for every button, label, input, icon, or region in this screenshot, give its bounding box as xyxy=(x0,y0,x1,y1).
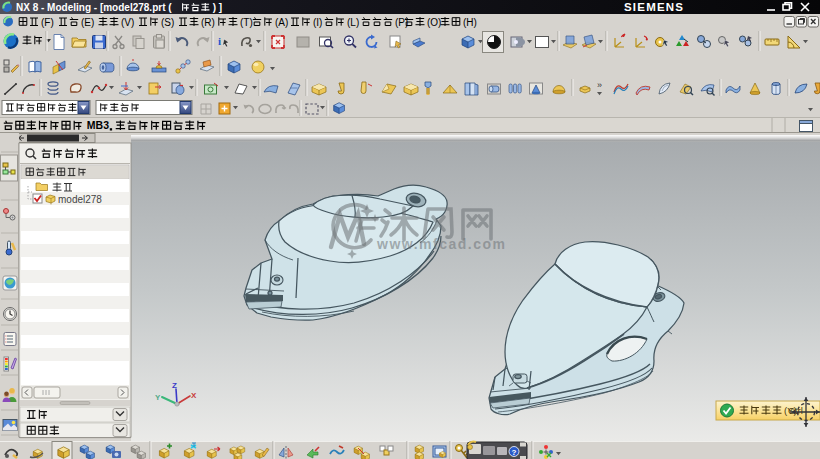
svg-text:model278: model278 xyxy=(58,194,102,205)
svg-text:SIEMENS: SIEMENS xyxy=(624,1,684,13)
svg-text:) ]: ) ] xyxy=(213,2,222,13)
svg-text:»: » xyxy=(597,80,602,90)
svg-text:(F): (F) xyxy=(41,17,54,28)
svg-text:(T): (T) xyxy=(240,17,253,28)
svg-text:(H): (H) xyxy=(463,17,477,28)
svg-text:www.mfcad.com: www.mfcad.com xyxy=(376,236,506,252)
svg-text:(I): (I) xyxy=(313,17,322,28)
svg-text:Z: Z xyxy=(172,381,177,390)
svg-text:MB3: MB3 xyxy=(87,119,109,131)
svg-text:?: ? xyxy=(512,448,517,457)
svg-text:Ctrl: Ctrl xyxy=(788,405,803,416)
svg-text:(O): (O) xyxy=(427,17,441,28)
svg-text:(A): (A) xyxy=(275,17,288,28)
svg-text:(V): (V) xyxy=(121,17,134,28)
svg-text:(S): (S) xyxy=(161,17,174,28)
svg-text:(L): (L) xyxy=(347,17,359,28)
svg-text:i: i xyxy=(218,35,221,47)
svg-text:(E): (E) xyxy=(81,17,94,28)
svg-text:NX 8 - Modeling - [model278.pr: NX 8 - Modeling - [model278.prt ( xyxy=(16,2,172,13)
svg-text:X: X xyxy=(191,391,197,400)
svg-text:(R): (R) xyxy=(201,17,215,28)
svg-text:Y: Y xyxy=(155,393,161,402)
